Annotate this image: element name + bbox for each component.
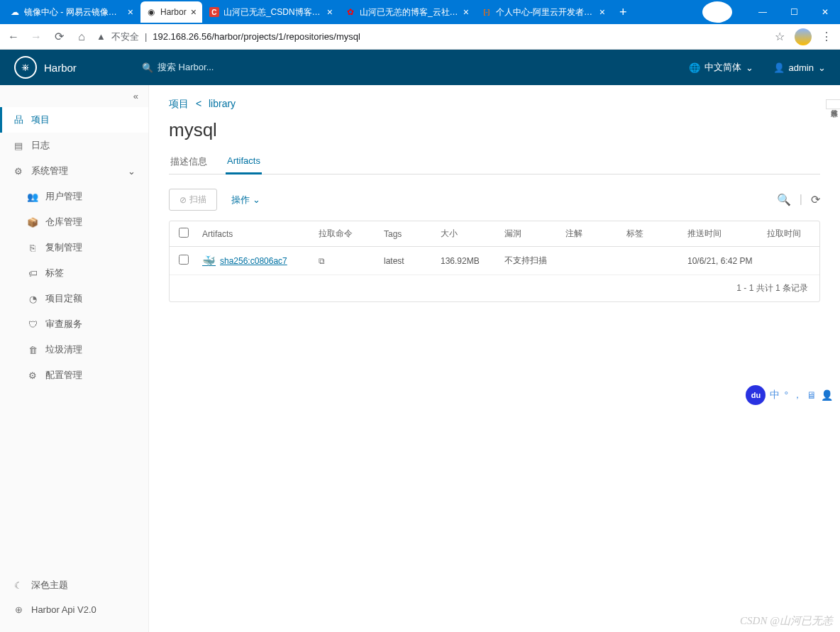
sidebar-item-logs[interactable]: ▤ 日志 xyxy=(0,133,148,158)
scan-button[interactable]: ⊘ 扫描 xyxy=(169,189,217,211)
sidebar-item-interrogation[interactable]: 🛡审查服务 xyxy=(0,311,148,337)
sidebar-item-admin[interactable]: ⚙ 系统管理 ⌄ xyxy=(0,158,148,184)
sync-icon[interactable]: ↓ xyxy=(702,1,732,23)
tab-title: 个人中心-阿里云开发者社区 xyxy=(496,6,595,18)
sidebar-label: 垃圾清理 xyxy=(45,343,82,356)
sidebar-item-quota[interactable]: ◔项目定额 xyxy=(0,286,148,311)
close-icon[interactable]: × xyxy=(327,6,333,18)
back-button[interactable]: ← xyxy=(6,31,21,43)
browser-tab[interactable]: C 山河已无恙_CSDN博客-Java × xyxy=(204,1,338,23)
sidebar-label: 深色主题 xyxy=(31,579,68,592)
tab-title: Harbor xyxy=(160,7,187,17)
sidebar-item-projects[interactable]: 品 项目 xyxy=(0,107,148,133)
breadcrumb-sep: < xyxy=(196,98,201,109)
chevron-down-icon: ⌄ xyxy=(128,166,136,177)
sidebar-item-labels[interactable]: 🏷标签 xyxy=(0,260,148,286)
baidu-icon[interactable]: du xyxy=(746,385,766,405)
gear-icon: ⚙ xyxy=(13,166,24,177)
tab-title: 镜像中心 - 网易云镜像中心 xyxy=(24,6,123,18)
user-menu[interactable]: 👤 admin ⌄ xyxy=(773,62,826,73)
sidebar-item-theme[interactable]: ☾深色主题 xyxy=(0,572,148,598)
copy-pull-icon[interactable]: ⧉ xyxy=(319,256,325,266)
insecure-icon: ▲ xyxy=(96,31,106,42)
app-name: Harbor xyxy=(44,62,77,74)
sidebar-item-replication[interactable]: ⎘复制管理 xyxy=(0,235,148,260)
tab-artifacts[interactable]: Artifacts xyxy=(226,151,262,174)
col-header[interactable]: 拉取时间 xyxy=(767,228,819,240)
table-footer: 1 - 1 共计 1 条记录 xyxy=(170,275,819,301)
maximize-button[interactable]: ☐ xyxy=(779,1,809,23)
select-all-checkbox[interactable] xyxy=(179,228,189,238)
close-icon[interactable]: × xyxy=(463,6,469,18)
home-button[interactable]: ⌂ xyxy=(74,31,89,43)
col-header[interactable]: Artifacts xyxy=(198,229,319,239)
config-icon: ⚙ xyxy=(27,370,38,381)
reload-button[interactable]: ⟳ xyxy=(51,30,67,43)
sidebar-item-gc[interactable]: 🗑垃圾清理 xyxy=(0,337,148,362)
col-header[interactable]: 大小 xyxy=(441,228,504,240)
breadcrumb-parent[interactable]: library xyxy=(209,98,236,109)
close-window-button[interactable]: ✕ xyxy=(810,1,840,23)
copy-icon: ⎘ xyxy=(27,243,38,253)
sidebar-item-api[interactable]: ⊕Harbor Api V2.0 xyxy=(0,598,148,621)
close-icon[interactable]: × xyxy=(128,6,133,18)
tag-value: latest xyxy=(384,256,441,266)
sidebar-item-registries[interactable]: 📦仓库管理 xyxy=(0,209,148,235)
sidebar: « 品 项目 ▤ 日志 ⚙ 系统管理 ⌄ 👥用户管理 📦仓库管理 ⎘复制管理 🏷… xyxy=(0,85,149,632)
shield-icon: 🛡 xyxy=(27,319,38,330)
tab-description[interactable]: 描述信息 xyxy=(169,151,209,174)
menu-icon[interactable]: ⋮ xyxy=(819,30,834,43)
person-icon[interactable]: 👤 xyxy=(821,389,833,401)
language-selector[interactable]: 🌐 中文简体 ⌄ xyxy=(689,61,753,74)
sidebar-label: 审查服务 xyxy=(45,318,82,331)
lang-icon[interactable]: 中 xyxy=(770,389,780,401)
col-header[interactable]: 注解 xyxy=(565,228,626,240)
bookmark-icon[interactable]: ☆ xyxy=(772,30,788,43)
artifact-link[interactable]: 🐳sha256:c0806ac7 xyxy=(202,255,319,267)
col-header[interactable]: 漏洞 xyxy=(504,228,565,240)
artifacts-table: Artifacts 拉取命令 Tags 大小 漏洞 注解 标签 推送时间 拉取时… xyxy=(169,221,820,302)
close-icon[interactable]: × xyxy=(191,6,197,18)
global-search[interactable]: 🔍 搜索 Harbor... xyxy=(142,61,214,74)
vuln-value: 不支持扫描 xyxy=(504,255,565,267)
row-checkbox[interactable] xyxy=(179,255,189,265)
address-bar: ← → ⟳ ⌂ ▲ 不安全 | 192.168.26.56/harbor/pro… xyxy=(0,24,840,50)
breadcrumb-root[interactable]: 项目 xyxy=(169,98,189,109)
chevron-down-icon: ⌄ xyxy=(253,194,260,205)
collapse-sidebar-button[interactable]: « xyxy=(0,85,148,107)
browser-chrome: ☁ 镜像中心 - 网易云镜像中心 × ◉ Harbor × C 山河已无恙_CS… xyxy=(0,0,840,50)
sidebar-item-users[interactable]: 👥用户管理 xyxy=(0,184,148,209)
col-header[interactable]: Tags xyxy=(384,229,441,239)
watermark: CSDN @山河已无恙 xyxy=(740,614,833,628)
close-icon[interactable]: × xyxy=(599,6,605,18)
profile-avatar[interactable] xyxy=(795,28,812,45)
tag-icon: 🏷 xyxy=(27,268,38,279)
dot-icon[interactable]: ° xyxy=(784,389,788,401)
app-header: ⛯ Harbor 🔍 搜索 Harbor... 🌐 中文简体 ⌄ 👤 admin… xyxy=(0,50,840,85)
url-field[interactable]: ▲ 不安全 | 192.168.26.56/harbor/projects/1/… xyxy=(96,31,765,43)
event-log-handle[interactable]: 事件日志 xyxy=(826,99,840,109)
tab-bar: ☁ 镜像中心 - 网易云镜像中心 × ◉ Harbor × C 山河已无恙_CS… xyxy=(0,0,840,24)
url-text: 192.168.26.56/harbor/projects/1/reposito… xyxy=(153,31,360,42)
browser-tab[interactable]: ☁ 镜像中心 - 网易云镜像中心 × xyxy=(4,1,139,23)
new-tab-button[interactable]: + xyxy=(612,5,634,20)
minimize-button[interactable]: — xyxy=(748,1,778,23)
col-header[interactable]: 标签 xyxy=(626,228,687,240)
browser-tab[interactable]: [-] 个人中心-阿里云开发者社区 × xyxy=(476,1,611,23)
scan-icon: ⊘ xyxy=(179,195,187,205)
browser-tab-active[interactable]: ◉ Harbor × xyxy=(140,1,202,23)
comma-icon[interactable]: ， xyxy=(792,389,802,401)
col-header[interactable]: 推送时间 xyxy=(687,228,767,240)
forward-button[interactable]: → xyxy=(28,31,44,43)
actions-dropdown[interactable]: 操作 ⌄ xyxy=(231,194,260,206)
harbor-app: ⛯ Harbor 🔍 搜索 Harbor... 🌐 中文简体 ⌄ 👤 admin… xyxy=(0,50,840,632)
search-icon[interactable]: 🔍 xyxy=(777,193,791,206)
col-header[interactable]: 拉取命令 xyxy=(319,228,384,240)
table-row: 🐳sha256:c0806ac7 ⧉ latest 136.92MB 不支持扫描… xyxy=(170,247,819,275)
sidebar-label: 标签 xyxy=(45,267,64,279)
sidebar-item-config[interactable]: ⚙配置管理 xyxy=(0,362,148,388)
refresh-icon[interactable]: ⟳ xyxy=(811,193,820,206)
browser-tab[interactable]: ✿ 山河已无恙的博客_云社区-华 × xyxy=(340,1,475,23)
sidebar-label: 项目定额 xyxy=(45,292,82,305)
desktop-icon[interactable]: 🖥 xyxy=(807,389,817,401)
